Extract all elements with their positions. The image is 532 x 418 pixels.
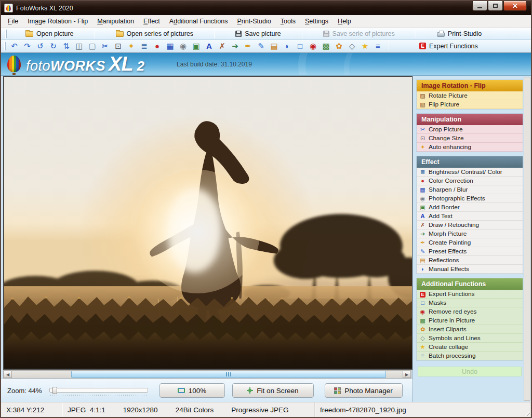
symbols-and-lines-icon: ◇ [418, 335, 427, 342]
sidebar-item-symbols-and-lines[interactable]: ◇Symbols and Lines [417, 334, 523, 343]
sidebar-item-batch-processing[interactable]: ≡Batch processing [417, 352, 523, 360]
title-bar[interactable]: FotoWorks XL 2020 ✕ [1, 1, 531, 15]
menu-settings[interactable]: Settings [300, 16, 333, 26]
rotate-right-icon[interactable]: ↷ [21, 41, 34, 51]
sidebar-item-insert-cliparts[interactable]: ✿Insert Cliparts [417, 325, 523, 334]
sidebar-item-crop-picture[interactable]: ✂Crop Picture [417, 125, 523, 134]
draw-retouching-icon[interactable]: ✗ [216, 41, 229, 51]
maximize-button[interactable] [488, 1, 503, 11]
sidebar-item-draw-retouching[interactable]: ✗Draw / Retouching [417, 221, 523, 230]
add-text-icon[interactable]: A [203, 41, 216, 51]
status-info-value: 1920x1280 [123, 406, 158, 414]
sidebar-item-auto-enhancing[interactable]: ✦Auto enhancing [417, 143, 523, 152]
sidebar-item-create-collage[interactable]: ★Create collage [417, 343, 523, 352]
open-series-button[interactable]: Open series of pictures [111, 29, 199, 38]
scroll-left-arrow[interactable]: ◀ [4, 371, 12, 378]
menu-additional-functions[interactable]: Additional Functions [165, 16, 233, 26]
sidebar-item-color-correction[interactable]: ●Color Correction [417, 177, 523, 185]
save-picture-button[interactable]: Save picture [230, 29, 286, 38]
free-rotation-icon[interactable]: ▢ [86, 41, 99, 51]
sidebar-item-manual-effects[interactable]: ◗Manual Effects [417, 265, 523, 274]
preset-effects-icon[interactable]: ✎ [255, 41, 268, 51]
sidebar-item-brightness-contrast-color[interactable]: ≣Brightness/ Contrast/ Color [417, 168, 523, 177]
sidebar-item-photographic-effects[interactable]: ◉Photographic Effects [417, 194, 523, 203]
app-window: FotoWorks XL 2020 ✕ FileImage Rotation -… [0, 0, 532, 418]
auto-enhance-icon[interactable]: ✦ [125, 41, 138, 51]
expert-functions-button[interactable]: EExpert Functions [414, 42, 483, 51]
image-canvas[interactable] [3, 76, 413, 370]
sidebar-item-expert-functions[interactable]: EExpert Functions [417, 290, 523, 299]
horizontal-scrollbar-thumb[interactable] [71, 371, 386, 378]
symbols-lines-icon[interactable]: ◇ [345, 41, 358, 51]
menu-print-studio[interactable]: Print-Studio [232, 16, 275, 26]
maximize-icon [493, 4, 498, 8]
menu-manipulation[interactable]: Manipulation [92, 16, 139, 26]
scrollbar-grip-icon [226, 372, 231, 376]
zoom-slider[interactable] [49, 387, 148, 394]
manual-effects-icon[interactable]: ◗ [281, 41, 294, 51]
reflections-icon[interactable]: ▤ [268, 41, 281, 51]
menu-image-rotation-flip[interactable]: Image Rotation - Flip [23, 16, 92, 26]
zoom-slider-ticks [50, 395, 147, 396]
sidebar-item-remove-red-eyes[interactable]: ◉Remove red eyes [417, 307, 523, 316]
sidebar-item-sharpen-blur[interactable]: ▦Sharpen / Blur [417, 185, 523, 194]
minimize-button[interactable] [472, 1, 487, 11]
batch-processing-icon[interactable]: ≡ [371, 41, 384, 51]
picture-in-picture-icon[interactable]: ▩ [320, 41, 332, 51]
fit-on-screen-button[interactable]: Fit on Screen [232, 383, 314, 398]
open-picture-button[interactable]: Open picture [20, 29, 79, 38]
balloon-logo-icon [6, 5, 11, 11]
menu-effect[interactable]: Effect [139, 16, 165, 26]
morph-picture-icon[interactable]: ➔ [229, 41, 242, 51]
undo-button[interactable]: Undo [418, 367, 522, 376]
menu-help[interactable]: Help [333, 16, 356, 26]
sidebar-item-add-text[interactable]: AAdd Text [417, 212, 523, 221]
rotate-cw-icon[interactable]: ↻ [47, 41, 60, 51]
brightness-contrast-icon[interactable]: ≣ [138, 41, 151, 51]
reflections-icon: ▤ [418, 257, 427, 264]
mirror-flip-icon[interactable]: ◫ [73, 41, 86, 51]
horizontal-scrollbar[interactable]: ◀ ▶ [3, 370, 411, 379]
crop-picture-icon[interactable]: ✂ [99, 41, 112, 51]
add-text-icon: A [418, 213, 427, 219]
scroll-right-arrow[interactable]: ▶ [403, 371, 411, 378]
photographic-effects-icon[interactable]: ◉ [177, 41, 190, 51]
rotate-180-icon[interactable]: ⇅ [60, 41, 73, 51]
sidebar-item-flip-picture[interactable]: ▧Flip Picture [417, 100, 523, 109]
resize-grip[interactable] [523, 409, 530, 416]
rotate-left-icon[interactable]: ↶ [8, 41, 21, 51]
close-button[interactable]: ✕ [503, 1, 527, 11]
menu-file[interactable]: File [3, 16, 23, 26]
zoom-slider-track[interactable] [49, 388, 148, 393]
sidebar-vertical-scrollbar[interactable] [524, 77, 530, 401]
sidebar-item-change-size[interactable]: ⊡Change Size [417, 134, 523, 143]
insert-cliparts-icon[interactable]: ✿ [332, 41, 345, 51]
cursor-coordinates: X:384 Y:212 [1, 402, 62, 417]
sidebar-item-add-border[interactable]: ▣Add Border [417, 203, 523, 212]
sidebar-item-reflections[interactable]: ▤Reflections [417, 256, 523, 265]
sidebar-item-morph-picture[interactable]: ➔Morph Picture [417, 230, 523, 238]
save-series-button[interactable]: Save serie of pictures [318, 29, 400, 38]
create-collage-icon[interactable]: ★ [358, 41, 371, 51]
rotate-ccw-icon[interactable]: ↺ [34, 41, 47, 51]
toolbar-separator [389, 42, 389, 50]
color-correction-icon[interactable]: ● [151, 41, 164, 51]
sidebar-item-create-painting[interactable]: ✒Create Painting [417, 238, 523, 247]
sidebar-item-preset-effects[interactable]: ✎Preset Effects [417, 247, 523, 256]
sidebar-item-rotate-picture[interactable]: ▨Rotate Picture [417, 91, 523, 100]
add-border-icon[interactable]: ▣ [190, 41, 203, 51]
toolbar-separator [95, 29, 95, 38]
change-size-icon[interactable]: ⊡ [112, 41, 125, 51]
create-painting-icon[interactable]: ✒ [242, 41, 255, 51]
section-header-image-rotation-flip: Image Rotation - Flip [417, 80, 523, 91]
sharpen-blur-icon[interactable]: ▦ [164, 41, 177, 51]
photo-manager-button[interactable]: Photo Manager [325, 383, 403, 398]
remove-red-eyes-icon[interactable]: ◉ [307, 41, 320, 51]
sidebar-item-masks[interactable]: □Masks [417, 299, 523, 307]
zoom-100-button[interactable]: 100% [159, 383, 225, 398]
zoom-slider-thumb[interactable] [52, 387, 57, 394]
menu-tools[interactable]: Tools [276, 16, 300, 26]
print-studio-button[interactable]: Print-Studio [432, 29, 487, 38]
sidebar-item-picture-in-picture[interactable]: ▩Picture in Picture [417, 316, 523, 325]
masks-icon[interactable]: □ [294, 41, 307, 51]
